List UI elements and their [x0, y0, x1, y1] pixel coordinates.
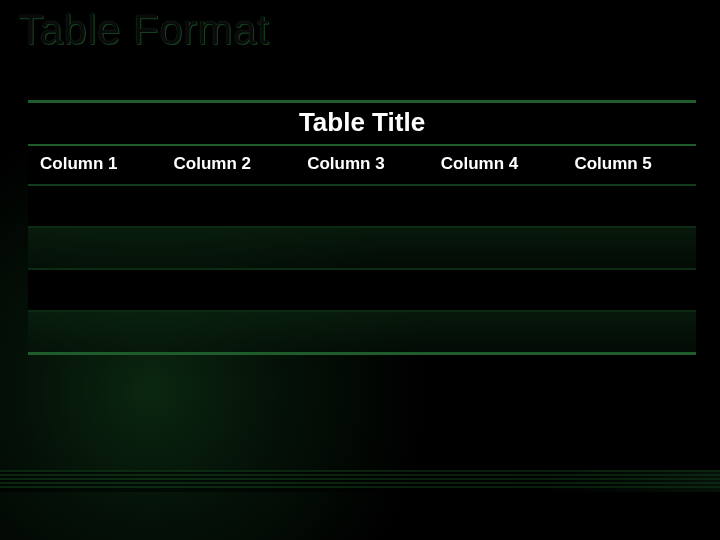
table-header-cell: Column 5 [562, 146, 696, 185]
table-row [28, 185, 696, 227]
table-cell [28, 269, 162, 311]
table-row [28, 311, 696, 353]
table-cell [295, 311, 429, 353]
table-cell [429, 227, 563, 269]
footer-decorative-band [0, 470, 720, 492]
slide-title: Table Format [18, 6, 269, 54]
table-cell [562, 185, 696, 227]
table-cell [429, 185, 563, 227]
table-cell [295, 269, 429, 311]
table-header-cell: Column 1 [28, 146, 162, 185]
table-title-row: Table Title [28, 100, 696, 146]
table-header-cell: Column 4 [429, 146, 563, 185]
table-row [28, 269, 696, 311]
table-cell [28, 185, 162, 227]
table-title: Table Title [299, 107, 425, 137]
table-cell [429, 311, 563, 353]
table-cell [562, 227, 696, 269]
table-cell [162, 227, 296, 269]
table-cell [295, 227, 429, 269]
table-cell [562, 269, 696, 311]
table-cell [162, 185, 296, 227]
table-container: Table Title Column 1 Column 2 Column 3 C… [28, 100, 696, 355]
table-cell [429, 269, 563, 311]
table-header-cell: Column 2 [162, 146, 296, 185]
table-header-row: Column 1 Column 2 Column 3 Column 4 Colu… [28, 146, 696, 185]
table-cell [562, 311, 696, 353]
table-cell [295, 185, 429, 227]
table-cell [28, 311, 162, 353]
data-table: Column 1 Column 2 Column 3 Column 4 Colu… [28, 146, 696, 355]
table-cell [28, 227, 162, 269]
table-row [28, 227, 696, 269]
table-cell [162, 311, 296, 353]
table-header-cell: Column 3 [295, 146, 429, 185]
table-cell [162, 269, 296, 311]
